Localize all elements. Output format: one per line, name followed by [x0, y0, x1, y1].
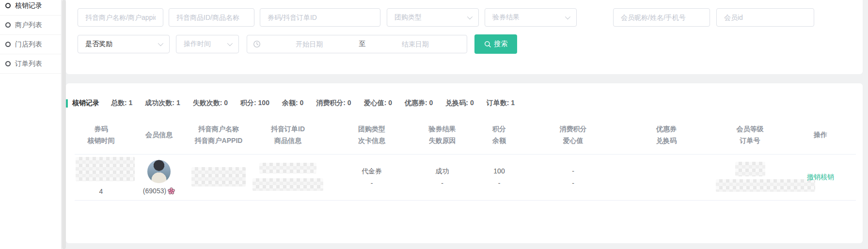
merchant-name-input[interactable]	[78, 8, 163, 27]
records-panel: 核销记录 总数: 1 成功次数: 1 失败次数: 0 积分: 100 余额: 0…	[66, 83, 863, 243]
cell-member-info: (69053)	[127, 155, 190, 201]
col-header-member-level: 会员等级订单号	[715, 121, 785, 155]
sidebar-item-merchant-list[interactable]: 商户列表	[0, 16, 61, 35]
chevron-down-icon	[467, 14, 473, 19]
cell-consume-points: - -	[528, 155, 618, 201]
sidebar: 核销记录 商户列表 门店列表 订单列表	[0, 0, 62, 249]
chevron-down-icon	[227, 41, 233, 46]
redacted-coupon-code	[76, 157, 135, 181]
col-header-actions: 操作	[785, 121, 856, 155]
sidebar-item-order-list[interactable]: 订单列表	[0, 54, 61, 74]
col-header-verify-result: 验券结果失败原因	[414, 121, 470, 155]
cell-points: 100 -	[470, 155, 528, 201]
verify-result-value: 成功	[415, 165, 469, 177]
verify-count: 4	[76, 186, 126, 198]
operation-time-select[interactable]: 操作时间	[176, 35, 239, 53]
cell-coupon-code: 4	[75, 155, 127, 201]
col-header-order-id: 抖音订单ID商品信息	[247, 121, 329, 155]
filter-panel: 团购类型 验券结果 是否奖励 操作时间	[66, 0, 863, 74]
redacted-merchant	[191, 167, 246, 187]
member-nickname-input[interactable]	[613, 8, 710, 27]
stat-redeem-codes: 兑换码: 0	[445, 99, 473, 108]
select-value: 验券结果	[492, 13, 520, 22]
search-button-label: 搜索	[494, 40, 508, 48]
cell-actions: 撤销核销	[785, 155, 856, 201]
col-header-group-type: 团购类型次卡信息	[329, 121, 414, 155]
sidebar-nav: 核销记录 商户列表 门店列表 订单列表	[0, 0, 61, 74]
search-icon	[484, 41, 491, 48]
reward-select[interactable]: 是否奖励	[78, 35, 170, 53]
verify-result-select[interactable]: 验券结果	[485, 8, 577, 27]
circle-icon	[5, 61, 11, 66]
cell-member-level	[715, 155, 785, 201]
member-avatar	[147, 160, 171, 183]
group-type-select[interactable]: 团购类型	[387, 8, 479, 27]
chevron-down-icon	[158, 41, 163, 46]
stat-success-count: 成功次数: 1	[145, 99, 180, 108]
col-header-points: 积分余额	[470, 121, 528, 155]
fail-reason-value: -	[415, 177, 469, 189]
sidebar-item-verification-records[interactable]: 核销记录	[0, 0, 61, 16]
stat-coupons: 优惠券: 0	[405, 99, 433, 108]
points-value: 100	[471, 165, 527, 177]
title-accent-bar	[66, 99, 68, 108]
col-header-coupon: 优惠券兑换码	[618, 121, 715, 155]
stat-balance: 余额: 0	[282, 99, 303, 108]
start-date-input[interactable]	[264, 40, 355, 48]
cell-merchant	[190, 155, 247, 201]
product-id-input[interactable]	[169, 8, 254, 27]
sidebar-item-label: 订单列表	[15, 60, 42, 68]
select-value: 是否奖励	[85, 40, 112, 48]
main-area: 团购类型 验券结果 是否奖励 操作时间	[66, 0, 863, 249]
redacted-member-level	[735, 162, 765, 176]
member-id: (69053)	[143, 187, 166, 195]
col-header-coupon-code: 券码核销时间	[75, 121, 127, 155]
clock-icon	[253, 40, 261, 48]
table-row: 4 (69053)	[75, 155, 856, 201]
cell-verify-result: 成功 -	[414, 155, 470, 201]
sidebar-item-label: 核销记录	[15, 1, 42, 10]
circle-icon	[5, 22, 11, 28]
stat-orders: 订单数: 1	[487, 99, 515, 108]
stat-total: 总数: 1	[111, 99, 132, 108]
select-value: 团购类型	[395, 13, 422, 22]
coupon-code-input[interactable]	[260, 8, 380, 27]
sidebar-item-label: 门店列表	[15, 40, 42, 49]
balance-value: -	[471, 177, 527, 189]
sidebar-item-label: 商户列表	[15, 21, 42, 30]
chevron-down-icon	[565, 14, 570, 19]
summary-bar: 核销记录 总数: 1 成功次数: 1 失败次数: 0 积分: 100 余额: 0…	[66, 99, 863, 108]
flower-badge-icon	[168, 187, 175, 195]
date-range-picker[interactable]: 至	[247, 35, 467, 53]
cell-order-id	[247, 155, 329, 201]
stat-consume-points: 消费积分: 0	[316, 99, 351, 108]
sidebar-scrollbar[interactable]	[62, 0, 66, 249]
redacted-order-id	[259, 163, 316, 173]
stat-points: 积分: 100	[240, 99, 269, 108]
sidebar-item-store-list[interactable]: 门店列表	[0, 35, 61, 54]
stat-fail-count: 失败次数: 0	[193, 99, 228, 108]
member-id-input[interactable]	[716, 8, 814, 27]
end-date-input[interactable]	[370, 40, 461, 48]
summary-title: 核销记录	[72, 99, 99, 108]
redacted-order-number	[716, 179, 815, 192]
card-info-value: -	[330, 177, 413, 189]
table-header-row: 券码核销时间 会员信息 抖音商户名称抖音商户APPID 抖音订单ID商品信息 团…	[75, 121, 856, 155]
date-separator: 至	[355, 40, 370, 48]
cell-group-type: 代金券 -	[329, 155, 414, 201]
search-button[interactable]: 搜索	[474, 34, 517, 54]
filter-row-1: 团购类型 验券结果	[78, 8, 851, 27]
love-value: -	[529, 177, 617, 189]
group-type-value: 代金券	[330, 165, 413, 177]
col-header-member-info: 会员信息	[127, 121, 190, 155]
app-root: 核销记录 商户列表 门店列表 订单列表 团	[0, 0, 868, 249]
revoke-verification-link[interactable]: 撤销核销	[807, 173, 834, 181]
cell-coupon	[618, 155, 715, 201]
circle-icon	[5, 42, 11, 47]
records-table: 券码核销时间 会员信息 抖音商户名称抖音商户APPID 抖音订单ID商品信息 团…	[75, 121, 856, 201]
stat-love-value: 爱心值: 0	[364, 99, 392, 108]
consume-points-value: -	[529, 165, 617, 177]
redacted-product-info	[253, 178, 323, 191]
circle-icon	[5, 3, 11, 8]
select-value: 操作时间	[184, 40, 211, 48]
